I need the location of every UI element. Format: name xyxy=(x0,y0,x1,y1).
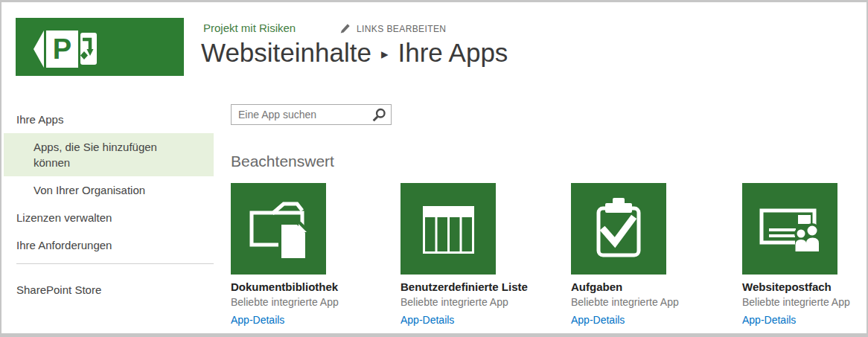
document-library-icon xyxy=(231,183,326,275)
sidebar-item-sharepoint-store[interactable]: SharePoint Store xyxy=(4,276,214,304)
app-search-box xyxy=(231,104,392,125)
sidebar-item-ihre-anforderungen[interactable]: Ihre Anforderungen xyxy=(4,231,214,259)
breadcrumb-site-contents[interactable]: Websiteinhalte xyxy=(201,38,371,67)
sidebar-item-lizenzen-verwalten[interactable]: Lizenzen verwalten xyxy=(4,204,214,231)
breadcrumb-your-apps: Ihre Apps xyxy=(398,38,508,67)
site-home-link[interactable]: Projekt mit Risiken xyxy=(203,22,296,34)
custom-list-icon xyxy=(401,183,496,275)
project-logo-icon: P xyxy=(16,18,184,76)
caret-right-icon: ▸ xyxy=(381,46,389,62)
app-name[interactable]: Benutzerdefinierte Liste xyxy=(401,280,570,293)
pencil-icon xyxy=(339,23,351,34)
app-name[interactable]: Websitepostfach xyxy=(742,280,868,293)
page-title: Websiteinhalte▸Ihre Apps xyxy=(201,38,508,68)
main-content: Beachtenswert Dokumentbibliothek Beliebt… xyxy=(231,104,868,332)
app-tile-benutzerdefinierte-liste[interactable] xyxy=(401,183,496,275)
app-card-websitepostfach: Websitepostfach Beliebte integrierte App… xyxy=(742,183,868,327)
app-subtitle: Beliebte integrierte App xyxy=(742,296,868,308)
sidebar-nav: Ihre Apps Apps, die Sie hinzufügen könne… xyxy=(4,106,214,304)
app-subtitle: Beliebte integrierte App xyxy=(231,296,401,308)
app-subtitle: Beliebte integrierte App xyxy=(401,296,570,308)
app-name[interactable]: Dokumentbibliothek xyxy=(231,280,401,293)
app-tile-dokumentbibliothek[interactable] xyxy=(231,183,326,275)
app-card-dokumentbibliothek: Dokumentbibliothek Beliebte integrierte … xyxy=(231,183,401,327)
app-tile-aufgaben[interactable] xyxy=(571,183,666,275)
sidebar-item-ihre-apps[interactable]: Ihre Apps xyxy=(4,106,214,133)
section-heading: Beachtenswert xyxy=(231,153,868,170)
noteworthy-apps-row: Dokumentbibliothek Beliebte integrierte … xyxy=(231,183,868,332)
sidebar-item-apps-hinzufuegen[interactable]: Apps, die Sie hinzufügen können xyxy=(4,133,214,176)
logo-letter: P xyxy=(53,33,71,65)
tasks-clipboard-icon xyxy=(571,183,666,275)
app-card-benutzerdefinierte-liste: Benutzerdefinierte Liste Beliebte integr… xyxy=(401,183,570,327)
search-icon[interactable] xyxy=(371,107,387,123)
app-details-link[interactable]: App-Details xyxy=(742,314,796,326)
sidebar-item-von-ihrer-organisation[interactable]: Von Ihrer Organisation xyxy=(4,176,214,204)
edit-links-label: LINKS BEARBEITEN xyxy=(357,24,446,34)
app-name[interactable]: Aufgaben xyxy=(571,280,741,293)
app-details-link[interactable]: App-Details xyxy=(571,314,625,326)
search-input[interactable] xyxy=(232,105,391,124)
edit-links-button[interactable]: LINKS BEARBEITEN xyxy=(339,23,446,34)
project-logo[interactable]: P xyxy=(16,18,184,76)
app-details-link[interactable]: App-Details xyxy=(401,314,454,326)
app-details-link[interactable]: App-Details xyxy=(231,314,284,326)
app-tile-websitepostfach[interactable] xyxy=(742,183,837,275)
app-card-aufgaben: Aufgaben Beliebte integrierte App App-De… xyxy=(571,183,741,327)
sidebar-divider xyxy=(16,263,214,264)
site-mailbox-icon xyxy=(742,183,837,275)
app-subtitle: Beliebte integrierte App xyxy=(571,296,741,308)
